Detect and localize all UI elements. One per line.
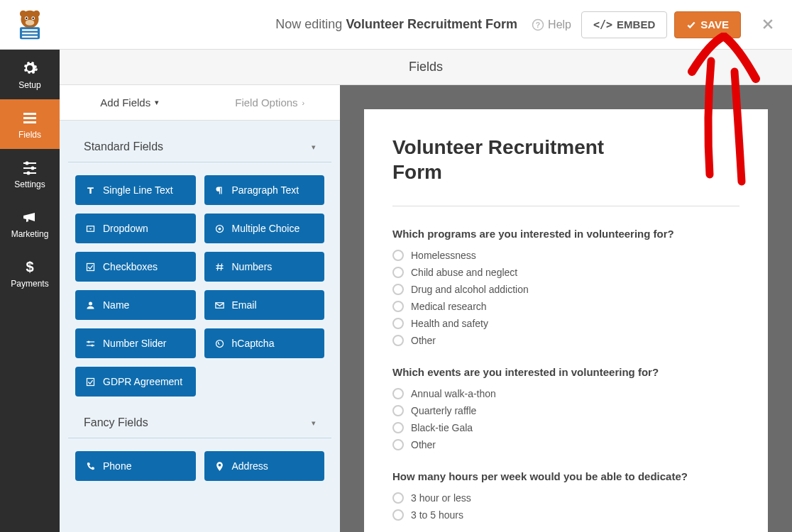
svg-text:$: $ — [26, 259, 33, 275]
save-button[interactable]: SAVE — [674, 11, 741, 38]
help-label: Help — [548, 18, 571, 31]
field-dropdown[interactable]: Dropdown — [75, 214, 196, 243]
help-link[interactable]: ? Help — [532, 18, 571, 31]
radio-icon — [392, 301, 404, 312]
radio-option[interactable]: Annual walk-a-thon — [392, 388, 739, 399]
chevron-right-icon: › — [302, 99, 305, 107]
radio-option[interactable]: Quarterly raffle — [392, 405, 739, 416]
list-icon — [21, 109, 38, 126]
nav-fields-label: Fields — [18, 130, 41, 140]
sliders-icon — [21, 159, 38, 176]
phone-icon — [85, 461, 96, 472]
check-icon — [686, 20, 696, 30]
user-icon — [85, 300, 96, 311]
radio-option[interactable]: Other — [392, 439, 739, 450]
svg-rect-9 — [22, 29, 38, 31]
field-gdpr[interactable]: GDPR Agreement — [75, 367, 196, 397]
hash-icon — [214, 262, 225, 272]
code-icon: </> — [593, 18, 612, 31]
field-address[interactable]: Address — [204, 451, 325, 481]
radio-icon — [392, 422, 404, 433]
embed-label: EMBED — [617, 18, 655, 31]
form-card[interactable]: Volunteer Recruitment Form Which program… — [364, 109, 768, 532]
nav-marketing[interactable]: Marketing — [0, 199, 60, 248]
bullhorn-icon — [21, 209, 38, 226]
field-label: Phone — [103, 460, 131, 472]
question-hours[interactable]: How many hours per week would you be abl… — [392, 470, 739, 521]
panel-tabs: Add Fields ▾ Field Options › — [60, 85, 340, 121]
option-label: 3 to 5 hours — [411, 509, 463, 521]
nav-setup[interactable]: Setup — [0, 50, 60, 99]
field-number-slider[interactable]: Number Slider — [75, 328, 196, 358]
field-numbers[interactable]: Numbers — [204, 252, 325, 282]
radio-option[interactable]: Other — [392, 335, 739, 346]
svg-rect-16 — [23, 113, 36, 115]
app-logo — [10, 5, 50, 45]
option-label: Black-tie Gala — [411, 422, 473, 433]
radio-option[interactable]: Child abuse and neglect — [392, 267, 739, 278]
nav-setup-label: Setup — [18, 80, 40, 90]
group-standard-fields[interactable]: Standard Fields ▾ — [68, 121, 331, 162]
close-icon — [761, 17, 775, 31]
field-email[interactable]: Email — [204, 290, 325, 320]
svg-rect-18 — [23, 121, 36, 123]
question-label: Which events are you interested in volun… — [392, 366, 739, 378]
chevron-down-icon: ▾ — [155, 98, 159, 107]
radio-option[interactable]: Black-tie Gala — [392, 422, 739, 433]
option-label: Child abuse and neglect — [411, 267, 517, 278]
question-events[interactable]: Which events are you interested in volun… — [392, 366, 739, 450]
field-name[interactable]: Name — [75, 290, 196, 320]
option-label: Medical research — [411, 301, 487, 312]
tab-field-options[interactable]: Field Options › — [200, 85, 341, 120]
radio-icon — [392, 492, 404, 504]
nav-fields[interactable]: Fields — [0, 99, 60, 149]
paragraph-icon — [214, 185, 225, 196]
option-label: Annual walk-a-thon — [411, 388, 496, 399]
svg-rect-29 — [87, 263, 94, 270]
svg-point-28 — [218, 227, 221, 230]
field-label: Email — [232, 299, 257, 311]
option-label: Homelessness — [411, 250, 476, 261]
nav-payments[interactable]: $ Payments — [0, 248, 60, 298]
radio-option[interactable]: Homelessness — [392, 250, 739, 261]
option-label: 3 hour or less — [411, 492, 471, 504]
save-label: SAVE — [700, 18, 729, 31]
radio-option[interactable]: Drug and alcohol addiction — [392, 284, 739, 295]
svg-text:?: ? — [536, 20, 540, 28]
svg-point-2 — [33, 10, 40, 16]
radio-option[interactable]: Medical research — [392, 301, 739, 312]
radio-option[interactable]: 3 to 5 hours — [392, 509, 739, 521]
tab-add-fields[interactable]: Add Fields ▾ — [60, 85, 200, 120]
field-label: Address — [232, 460, 268, 472]
field-checkboxes[interactable]: Checkboxes — [75, 252, 196, 282]
radio-option[interactable]: 3 hour or less — [392, 492, 739, 504]
svg-point-36 — [216, 340, 223, 347]
field-label: Multiple Choice — [232, 223, 300, 234]
option-label: Other — [411, 335, 436, 346]
group-fancy-fields[interactable]: Fancy Fields ▾ — [68, 397, 331, 438]
field-single-line-text[interactable]: Single Line Text — [75, 175, 196, 205]
field-paragraph-text[interactable]: Paragraph Text — [204, 175, 325, 205]
radio-icon — [392, 250, 404, 261]
field-multiple-choice[interactable]: Multiple Choice — [204, 214, 325, 243]
svg-point-30 — [89, 301, 92, 305]
field-hcaptcha[interactable]: hCaptcha — [204, 328, 325, 358]
embed-button[interactable]: </> EMBED — [581, 11, 667, 38]
question-programs[interactable]: Which programs are you interested in vol… — [392, 228, 739, 346]
nav-payments-label: Payments — [11, 279, 48, 289]
nav-settings[interactable]: Settings — [0, 149, 60, 199]
field-phone[interactable]: Phone — [75, 451, 196, 481]
radio-icon — [392, 318, 404, 329]
close-button[interactable] — [754, 13, 782, 36]
sliders-icon — [85, 338, 96, 349]
svg-rect-37 — [87, 378, 94, 385]
nav-marketing-label: Marketing — [11, 229, 49, 239]
radio-option[interactable]: Health and safety — [392, 318, 739, 329]
top-bar: Now editing Volunteer Recruitment Form ?… — [0, 0, 792, 50]
divider — [392, 206, 739, 206]
svg-point-24 — [27, 171, 31, 174]
field-label: Single Line Text — [103, 184, 173, 196]
option-label: Drug and alcohol addiction — [411, 284, 529, 295]
radio-icon — [392, 405, 404, 416]
svg-rect-11 — [22, 35, 38, 37]
